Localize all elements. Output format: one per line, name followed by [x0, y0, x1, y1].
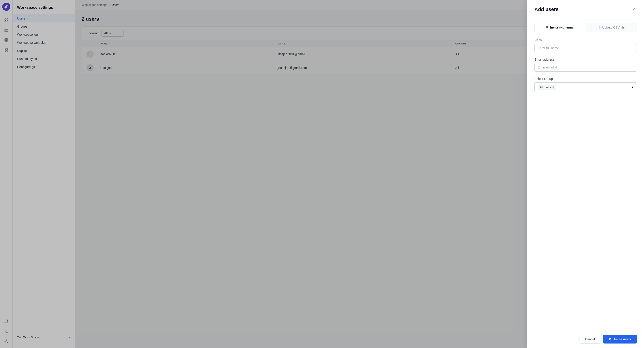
group-tags: All users × — [538, 85, 556, 90]
add-users-modal: Add users ✕ ✉ Invite with email ⬆ Upload… — [527, 0, 644, 348]
group-select-chevron-icon: ▾ — [632, 85, 634, 89]
tab-switcher: ✉ Invite with email ⬆ Upload CSV file — [534, 23, 637, 32]
group-label: Select Group — [534, 77, 637, 80]
group-field-group: Select Group All users × ▾ — [534, 77, 637, 92]
name-field-group: Name — [534, 38, 637, 52]
modal-body: ✉ Invite with email ⬆ Upload CSV file Na… — [527, 17, 644, 330]
invite-users-button[interactable]: Invite users — [603, 335, 637, 344]
group-tag-remove[interactable]: × — [552, 86, 554, 88]
group-tag-label: All users — [540, 86, 551, 89]
invite-plane-icon — [608, 337, 612, 341]
upload-csv-tab-label: Upload CSV file — [602, 26, 624, 29]
tab-upload-csv[interactable]: ⬆ Upload CSV file — [586, 23, 637, 32]
invite-email-tab-label: Invite with email — [550, 26, 574, 29]
modal-close-button[interactable]: ✕ — [630, 6, 637, 12]
group-select[interactable]: All users × ▾ — [534, 82, 637, 92]
modal-title: Add users — [534, 6, 559, 12]
envelope-icon: ✉ — [546, 26, 548, 29]
upload-icon: ⬆ — [598, 26, 600, 29]
name-input[interactable] — [534, 44, 637, 52]
tab-invite-email[interactable]: ✉ Invite with email — [535, 23, 586, 32]
modal-overlay: Add users ✕ ✉ Invite with email ⬆ Upload… — [0, 0, 644, 348]
group-tag-all-users: All users × — [538, 85, 556, 90]
modal-footer: Cancel Invite users — [527, 330, 644, 348]
name-label: Name — [534, 38, 637, 42]
email-input[interactable] — [534, 63, 637, 72]
cancel-button[interactable]: Cancel — [580, 335, 601, 344]
modal-header: Add users ✕ — [527, 0, 644, 17]
email-field-group: Email address — [534, 58, 637, 72]
email-label: Email address — [534, 58, 637, 61]
